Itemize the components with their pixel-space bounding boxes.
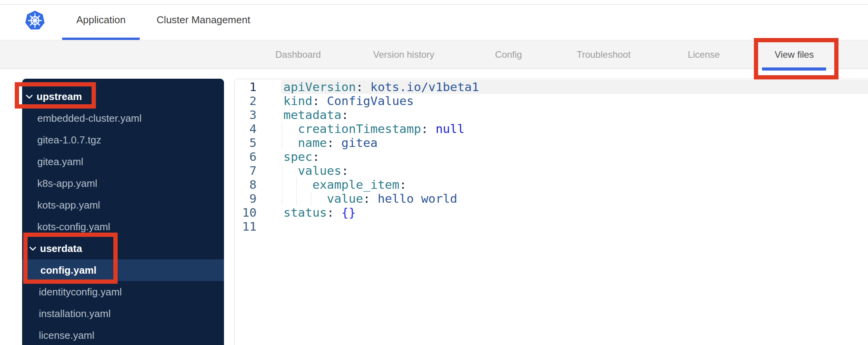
code-line-7[interactable]: 7 values: [234,164,868,178]
code-text: kind: ConfigValues [281,94,868,108]
active-tab-underline [62,38,140,40]
code-line-10[interactable]: 10status: {} [234,205,868,219]
line-number: 9 [234,191,281,205]
code-line-8[interactable]: 8 example_item: [234,178,868,191]
line-number: 4 [234,122,281,136]
top-header: Application Cluster Management [0,0,868,40]
kubernetes-logo-icon [24,10,46,31]
nav-tab-label: Troubleshoot [576,49,630,60]
line-number: 6 [234,150,281,164]
code-text: name: gitea [281,136,868,150]
indent-guide [282,122,282,136]
yaml-file-viewer[interactable]: 1apiVersion: kots.io/v1beta12kind: Confi… [234,79,868,345]
code-line-1[interactable]: 1apiVersion: kots.io/v1beta1 [234,80,868,94]
code-line-5[interactable]: 5 name: gitea [234,136,868,150]
tree-item-label: installation.yaml [39,308,111,320]
kots-admin-console: Application Cluster Management Dashboard… [0,0,868,345]
tree-file-kots-app-yaml[interactable]: kots-app.yaml [22,194,224,216]
tree-item-label: identityconfig.yaml [39,286,122,298]
nav-tab-view-files[interactable]: View files [775,40,814,69]
app-nav-bar: DashboardVersion historyConfigTroublesho… [0,40,868,69]
tree-file-gitea-1-0-7-tgz[interactable]: gitea-1.0.7.tgz [22,129,224,151]
code-line-9[interactable]: 9 value: hello world [234,191,868,205]
line-number: 10 [234,205,281,219]
tab-cluster-management[interactable]: Cluster Management [149,0,258,40]
nav-tab-config[interactable]: Config [495,40,522,69]
indent-guide [296,178,297,191]
indent-guide [282,164,282,178]
code-text: apiVersion: kots.io/v1beta1 [281,80,868,94]
code-line-2[interactable]: 2kind: ConfigValues [234,94,868,108]
line-number: 11 [234,219,281,233]
indent-guide [282,136,282,150]
tree-item-label: embedded-cluster.yaml [37,112,142,124]
indent-guide [311,191,311,205]
indent-guide [282,191,282,205]
tree-item-label: upstream [36,91,82,103]
tree-item-label: kots-config.yaml [37,221,110,233]
code-line-3[interactable]: 3metadata: [234,108,868,122]
tree-item-label: license.yaml [39,329,94,342]
code-line-4[interactable]: 4 creationTimestamp: null [234,122,868,136]
line-number: 7 [234,164,281,178]
code-text [281,219,868,233]
code-text: example_item: [281,178,868,191]
nav-tab-label: Dashboard [275,49,321,60]
tab-application-label: Application [76,14,125,26]
line-number: 5 [234,136,281,150]
nav-tab-label: View files [775,49,814,60]
tab-cluster-management-label: Cluster Management [156,14,250,26]
tree-file-license-yaml[interactable]: license.yaml [22,324,224,345]
code-line-11[interactable]: 11 [234,219,868,233]
nav-tab-label: Config [495,49,522,60]
code-text: value: hello world [281,191,868,205]
nav-tab-troubleshoot[interactable]: Troubleshoot [576,40,630,69]
tree-item-label: kots-app.yaml [37,199,100,211]
line-number: 8 [234,178,281,191]
nav-tab-dashboard[interactable]: Dashboard [275,40,321,69]
tree-folder-upstream[interactable]: upstream [22,86,224,107]
tree-item-label: userdata [40,243,82,255]
indent-guide [296,191,297,205]
line-number: 3 [234,108,281,122]
nav-tab-label: License [688,49,720,60]
nav-tab-license[interactable]: License [688,40,720,69]
file-tree-sidebar: upstreamembedded-cluster.yamlgitea-1.0.7… [22,79,224,345]
tree-item-label: gitea-1.0.7.tgz [37,134,101,146]
tree-file-config-yaml[interactable]: config.yaml [22,259,224,281]
tree-file-kots-config-yaml[interactable]: kots-config.yaml [22,216,224,238]
tree-file-k8s-app-yaml[interactable]: k8s-app.yaml [22,172,224,194]
tree-item-label: k8s-app.yaml [37,178,97,190]
code-text: values: [281,164,868,178]
tree-file-gitea-yaml[interactable]: gitea.yaml [22,151,224,172]
tree-item-label: gitea.yaml [37,156,83,168]
code-text: creationTimestamp: null [281,122,868,136]
tree-file-embedded-cluster-yaml[interactable]: embedded-cluster.yaml [22,107,224,129]
tab-application[interactable]: Application [62,0,140,40]
code-text: status: {} [281,205,868,219]
code-text: spec: [281,150,868,164]
tree-item-label: config.yaml [40,264,96,276]
nav-tab-version-history[interactable]: Version history [373,40,434,69]
chevron-down-icon [30,247,36,251]
code-text: metadata: [281,108,868,122]
line-number: 2 [234,94,281,108]
line-number: 1 [234,80,281,94]
indent-guide [282,178,282,191]
code-line-6[interactable]: 6spec: [234,150,868,164]
tree-file-installation-yaml[interactable]: installation.yaml [22,303,224,324]
nav-tab-label: Version history [373,49,434,60]
tree-folder-userdata[interactable]: userdata [22,238,224,259]
chevron-down-icon [26,95,33,99]
tree-file-identityconfig-yaml[interactable]: identityconfig.yaml [22,281,224,303]
